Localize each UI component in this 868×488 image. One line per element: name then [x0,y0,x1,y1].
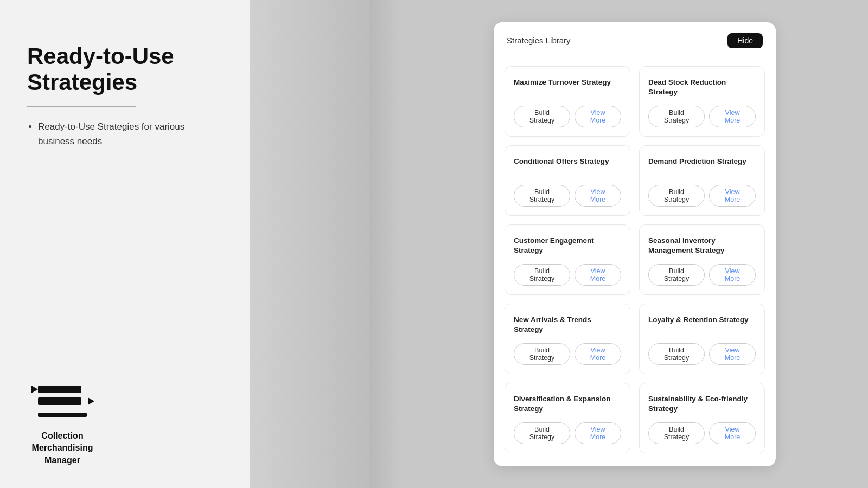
strategy-card: Dead Stock Reduction StrategyBuild Strat… [639,66,765,137]
strategy-name: Seasonal Inventory Management Strategy [648,236,756,256]
strategy-name: Demand Prediction Strategy [648,157,756,177]
strategies-grid: Maximize Turnover StrategyBuild Strategy… [494,57,776,466]
strategy-card: Sustainability & Eco-friendly StrategyBu… [639,383,765,453]
view-more-button[interactable]: View More [709,264,756,286]
build-strategy-button[interactable]: Build Strategy [514,422,570,444]
middle-gradient [250,0,401,488]
left-panel: Ready-to-Use Strategies Ready-to-Use Str… [0,0,250,488]
build-strategy-button[interactable]: Build Strategy [514,264,570,286]
strategy-card: New Arrivals & Trends StrategyBuild Stra… [505,304,630,374]
build-strategy-button[interactable]: Build Strategy [514,343,570,365]
bullet-point: Ready-to-Use Strategies for various busi… [38,119,222,149]
build-strategy-button[interactable]: Build Strategy [648,422,705,444]
library-card: Strategies Library Hide Maximize Turnove… [494,22,776,466]
strategy-name: Sustainability & Eco-friendly Strategy [648,394,756,415]
strategy-actions: Build StrategyView More [514,264,621,286]
hide-button[interactable]: Hide [727,33,763,48]
strategy-name: Maximize Turnover Strategy [514,78,621,98]
strategy-name: Dead Stock Reduction Strategy [648,78,756,98]
strategy-actions: Build StrategyView More [648,264,756,286]
bottom-logo: Collection Merchandising Manager [27,381,222,466]
strategy-actions: Build StrategyView More [514,185,621,207]
strategy-actions: Build StrategyView More [648,343,756,365]
strategy-name: Diversification & Expansion Strategy [514,394,621,415]
strategy-actions: Build StrategyView More [514,422,621,444]
build-strategy-button[interactable]: Build Strategy [648,106,705,127]
view-more-button[interactable]: View More [709,343,756,365]
library-title: Strategies Library [507,36,571,45]
svg-rect-5 [38,413,87,417]
strategy-card: Diversification & Expansion StrategyBuil… [505,383,630,453]
library-header: Strategies Library Hide [494,22,776,57]
build-strategy-button[interactable]: Build Strategy [514,185,570,207]
main-heading: Ready-to-Use Strategies [27,43,222,96]
strategy-name: Conditional Offers Strategy [514,157,621,177]
view-more-button[interactable]: View More [575,343,621,365]
strategy-actions: Build StrategyView More [514,106,621,127]
strategy-actions: Build StrategyView More [648,185,756,207]
svg-marker-4 [88,397,94,405]
strategy-name: New Arrivals & Trends Strategy [514,315,621,336]
build-strategy-button[interactable]: Build Strategy [514,106,570,127]
right-area: Strategies Library Hide Maximize Turnove… [401,0,868,488]
strategy-name: Customer Engagement Strategy [514,236,621,256]
view-more-button[interactable]: View More [709,422,756,444]
build-strategy-button[interactable]: Build Strategy [648,343,705,365]
divider [27,106,136,107]
view-more-button[interactable]: View More [575,422,621,444]
strategy-actions: Build StrategyView More [514,343,621,365]
strategy-card: Customer Engagement StrategyBuild Strate… [505,224,630,295]
strategy-card: Seasonal Inventory Management StrategyBu… [639,224,765,295]
view-more-button[interactable]: View More [575,106,621,127]
strategy-card: Maximize Turnover StrategyBuild Strategy… [505,66,630,137]
strategy-card: Demand Prediction StrategyBuild Strategy… [639,145,765,216]
view-more-button[interactable]: View More [709,106,756,127]
strategy-actions: Build StrategyView More [648,106,756,127]
svg-rect-3 [38,397,81,405]
build-strategy-button[interactable]: Build Strategy [648,264,705,286]
strategy-card: Conditional Offers StrategyBuild Strateg… [505,145,630,216]
strategy-name: Loyalty & Retention Strategy [648,315,756,336]
view-more-button[interactable]: View More [575,264,621,286]
strategy-card: Loyalty & Retention StrategyBuild Strate… [639,304,765,374]
build-strategy-button[interactable]: Build Strategy [648,185,705,207]
logo-icon [27,381,98,425]
svg-rect-1 [38,386,46,393]
view-more-button[interactable]: View More [575,185,621,207]
svg-marker-2 [31,386,38,393]
svg-rect-0 [43,386,81,393]
logo-text: Collection Merchandising Manager [27,430,98,466]
strategy-actions: Build StrategyView More [648,422,756,444]
view-more-button[interactable]: View More [709,185,756,207]
